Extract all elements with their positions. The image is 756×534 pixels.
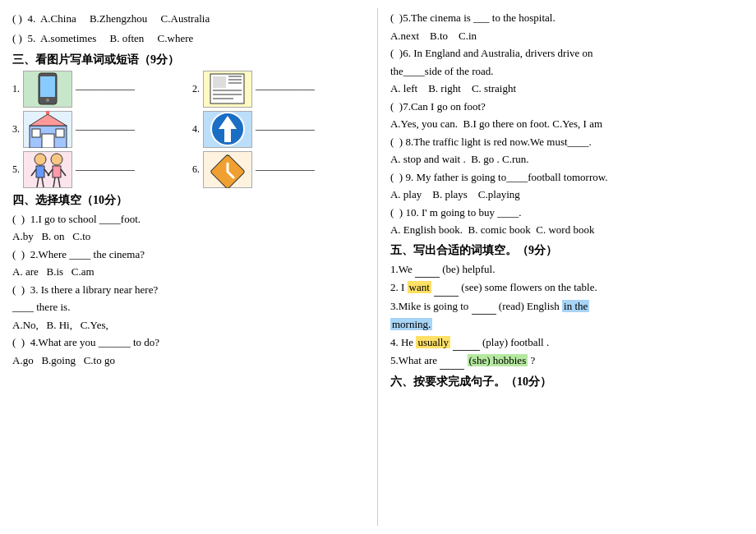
img-num-5: 5. xyxy=(12,163,20,176)
blank-6: —————— xyxy=(256,163,315,176)
img-num-3: 3. xyxy=(12,123,20,136)
img-num-4: 4. xyxy=(192,123,200,136)
mc-q7: ( )7.Can I go on foot? xyxy=(390,99,744,115)
c1-paren: ( ) xyxy=(12,213,25,225)
mc-q6-cont: the____side of the road. xyxy=(390,63,744,80)
blank-4: —————— xyxy=(256,123,315,136)
mc-q8: ( ) 8.The traffic light is red now.We mu… xyxy=(390,134,744,150)
svg-rect-13 xyxy=(42,134,54,148)
section3-title: 三、看图片写单词或短语（9分） xyxy=(12,53,369,67)
choice-2-opts: A. are B.is C.am xyxy=(12,264,369,280)
svg-point-26 xyxy=(51,154,62,165)
image-item-3: 3. —————— xyxy=(12,111,189,148)
she-hobbies-highlight: (she) hobbies xyxy=(468,354,528,366)
img-num-1: 1. xyxy=(12,83,20,95)
blank-5: —————— xyxy=(76,163,135,176)
svg-point-2 xyxy=(46,99,49,102)
usually-highlight: usually xyxy=(416,336,450,348)
c3-text: 3. Is there a library near here? xyxy=(30,283,159,296)
blank-1: —————— xyxy=(76,83,135,95)
svg-line-28 xyxy=(48,169,53,176)
left-column: ( ) 4. A.China B.Zhengzhou C.Australia (… xyxy=(12,8,378,526)
image-item-2: 2. —————— xyxy=(192,71,369,108)
newspaper-image xyxy=(203,71,252,108)
image-item-5: 5. xyxy=(12,151,189,188)
c4-paren: ( ) xyxy=(12,336,25,348)
image-item-6: 6. —————— xyxy=(192,151,369,188)
svg-rect-1 xyxy=(40,76,55,97)
fill-3: 3.Mike is going to (read) English in the xyxy=(390,298,744,315)
choice-3: ( ) 3. Is there a library near here? xyxy=(12,282,369,298)
q5-a: A.sometimes xyxy=(40,32,96,44)
diamond-sign-image xyxy=(203,151,252,188)
q5-b: B. often xyxy=(109,32,144,44)
fill-1: 1.We (be) helpful. xyxy=(390,261,744,279)
q5-row: ( ) 5. A.sometimes B. often C.where xyxy=(12,30,369,48)
section5-title: 五、写出合适的词填空。（9分） xyxy=(390,243,744,258)
svg-line-30 xyxy=(53,177,55,187)
svg-line-31 xyxy=(58,177,60,187)
mc-q5: ( )5.The cinema is ___ to the hospital. xyxy=(390,10,744,26)
mc-q10: ( ) 10. I' m going to buy ____. xyxy=(390,205,744,221)
kids-image xyxy=(23,151,72,188)
choice-1-opts: A.by B. on C.to xyxy=(12,228,369,245)
mc-q7-opts: A.Yes, you can. B.I go there on foot. C.… xyxy=(390,116,744,132)
svg-line-22 xyxy=(31,169,36,176)
phone-image xyxy=(23,71,72,108)
choice-4: ( ) 4.What are you ______ to do? xyxy=(12,334,369,351)
c3-paren: ( ) xyxy=(12,283,25,296)
blank-2: —————— xyxy=(256,83,315,95)
svg-line-24 xyxy=(37,177,39,187)
section6-title: 六、按要求完成句子。（10分） xyxy=(390,375,744,389)
svg-rect-4 xyxy=(213,76,226,88)
choice-4-opts: A.go B.going C.to go xyxy=(12,352,369,369)
c2-text: 2.Where ____ the cinema? xyxy=(30,248,145,260)
img-num-6: 6. xyxy=(192,163,200,176)
q5-c: C.where xyxy=(158,32,194,44)
images-grid: 1. —————— 2. xyxy=(12,71,369,188)
q5-num: 5. xyxy=(27,32,35,44)
svg-rect-21 xyxy=(36,166,44,177)
svg-marker-12 xyxy=(30,114,67,126)
choice-2: ( ) 2.Where ____ the cinema? xyxy=(12,246,369,263)
image-item-1: 1. —————— xyxy=(12,71,189,108)
in-the-highlight: in the xyxy=(562,300,589,312)
morning-highlight: morning. xyxy=(390,318,432,330)
image-item-4: 4. —————— xyxy=(192,111,369,148)
svg-rect-27 xyxy=(53,166,61,177)
fill-4: 4. He usually (play) football . xyxy=(390,334,744,352)
mc-q6-opts: A. left B. right C. straight xyxy=(390,81,744,97)
svg-line-29 xyxy=(61,169,66,176)
mc-q9: ( ) 9. My father is going to____football… xyxy=(390,169,744,186)
want-highlight: want xyxy=(408,281,431,293)
q4-row: ( ) 4. A.China B.Zhengzhou C.Australia xyxy=(12,11,369,28)
blank-3: —————— xyxy=(76,123,135,136)
img-num-2: 2. xyxy=(192,83,200,95)
arrow-sign-image xyxy=(203,111,252,148)
mc-q10-opts: A. English book. B. comic book C. word b… xyxy=(390,222,744,238)
choice-1: ( ) 1.I go to school ____foot. xyxy=(12,211,369,228)
fill-2: 2. I want (see) some flowers on the tabl… xyxy=(390,279,744,297)
fill-3-cont: morning. xyxy=(390,316,744,333)
q5-paren: ( ) xyxy=(12,32,22,44)
svg-rect-15 xyxy=(56,129,64,137)
section4-title: 四、选择填空（10分） xyxy=(12,193,369,208)
svg-point-20 xyxy=(35,154,46,165)
svg-rect-17 xyxy=(46,111,49,114)
q4-paren: ( ) xyxy=(12,12,22,25)
c1-text: 1.I go to school ____foot. xyxy=(30,213,141,225)
choice-3-opts: A.No, B. Hi, C.Yes, xyxy=(12,317,369,334)
q4-c: C.Australia xyxy=(161,12,210,25)
right-column: ( )5.The cinema is ___ to the hospital. … xyxy=(378,8,744,526)
choice-3-sub: ____ there is. xyxy=(12,299,369,315)
page: ( ) 4. A.China B.Zhengzhou C.Australia (… xyxy=(0,0,756,534)
c4-text: 4.What are you ______ to do? xyxy=(30,336,159,348)
q4-a: A.China xyxy=(40,12,76,25)
mc-q8-opts: A. stop and wait . B. go . C.run. xyxy=(390,151,744,168)
mc-q6: ( )6. In England and Australia, drivers … xyxy=(390,45,744,62)
q4-num: 4. xyxy=(27,12,35,25)
svg-line-25 xyxy=(42,177,44,187)
c2-paren: ( ) xyxy=(12,248,25,260)
mc-q9-opts: A. play B. plays C.playing xyxy=(390,186,744,203)
q4-b: B.Zhengzhou xyxy=(90,12,147,25)
